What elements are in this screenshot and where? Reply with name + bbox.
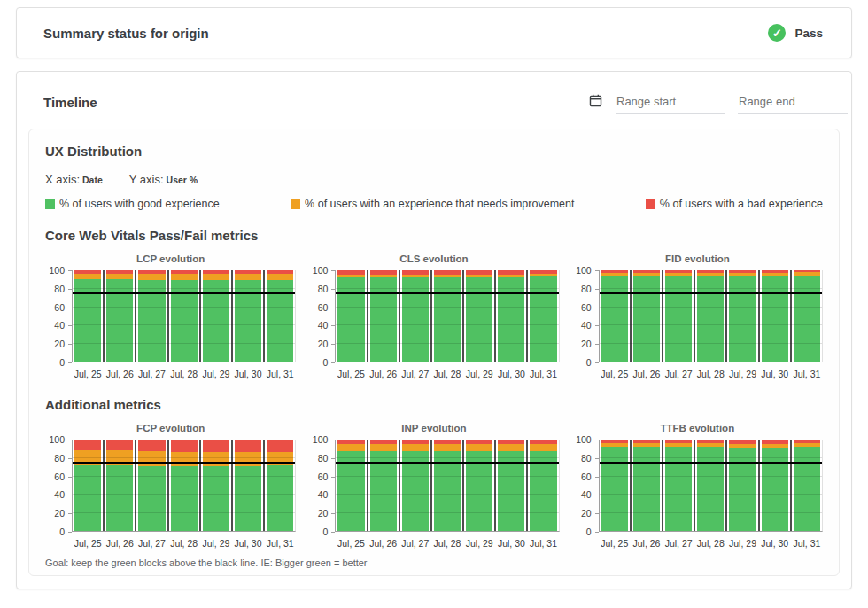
x-tick-label: Jul, 29 (726, 538, 758, 549)
axis-info: X axis:Date Y axis:User % (45, 173, 823, 186)
y-tick-label: 80 (581, 453, 592, 464)
y-tick-label: 60 (581, 302, 592, 313)
bar-jul-27 (136, 440, 168, 531)
legend-label: % of users with an experience that needs… (305, 198, 574, 210)
bar-jul-26 (105, 270, 136, 362)
bar-segment-good (402, 451, 429, 531)
bar-segment-good (794, 447, 820, 531)
bar-jul-30 (233, 270, 265, 362)
bar-segment-good (337, 277, 364, 362)
y-tick-label: 100 (313, 265, 329, 276)
y-tick-label: 100 (576, 265, 592, 276)
bar-segment-needs_improvement (434, 444, 461, 451)
bar-jul-31 (265, 270, 295, 362)
status-label: Pass (794, 27, 823, 40)
bar-jul-29 (464, 440, 496, 531)
y-axis: 020406080100 (572, 440, 599, 532)
y-tick-label: 40 (318, 489, 329, 500)
bar-jul-30 (760, 440, 792, 531)
core-web-vitals-heading: Core Web Vitals Pass/Fail metrics (45, 228, 823, 243)
bar-segment-needs_improvement (171, 274, 198, 280)
x-tick-label: Jul, 26 (368, 369, 399, 379)
y-tick-label: 0 (322, 526, 328, 537)
bar-jul-29 (464, 270, 496, 362)
bar-jul-25 (336, 440, 368, 531)
bar-jul-26 (368, 270, 400, 362)
legend-item-bad: % of users with a bad experience (646, 198, 823, 210)
summary-status-card: Summary status for origin ✓ Pass (16, 7, 852, 58)
x-tick-label: Jul, 26 (368, 538, 399, 549)
legend: % of users with good experience % of use… (45, 198, 823, 210)
target-line (73, 292, 295, 294)
y-tick-label: 100 (313, 434, 329, 445)
x-tick-label: Jul, 31 (264, 538, 296, 549)
bar-jul-25 (600, 440, 632, 531)
legend-item-good: % of users with good experience (45, 198, 220, 210)
chart-title: LCP evolution (45, 253, 296, 264)
plot-area (599, 270, 823, 362)
y-tick-label: 60 (318, 302, 329, 313)
bar-segment-good (402, 277, 429, 362)
bar-jul-31 (792, 270, 822, 362)
bar-segment-bad (106, 440, 133, 450)
bar-segment-needs_improvement (498, 444, 524, 451)
bar-segment-good (665, 447, 692, 531)
y-tick-label: 80 (318, 453, 329, 464)
y-tick-label: 20 (54, 508, 65, 518)
bar-jul-26 (368, 440, 400, 531)
x-tick-label: Jul, 26 (631, 538, 663, 549)
bar-jul-31 (528, 270, 558, 362)
bar-segment-needs_improvement (235, 452, 261, 465)
x-tick-label: Jul, 30 (232, 369, 264, 379)
x-tick-label: Jul, 28 (694, 538, 726, 549)
bar-jul-27 (136, 270, 168, 362)
x-axis-value: Date (82, 175, 103, 185)
y-tick-label: 20 (581, 339, 592, 349)
range-start-input[interactable] (616, 91, 725, 114)
bar-segment-bad (138, 440, 165, 451)
x-tick-label: Jul, 31 (527, 369, 559, 379)
y-axis-info: Y axis:User % (129, 173, 198, 186)
legend-label: % of users with good experience (59, 198, 220, 210)
bad-swatch-icon (646, 199, 655, 209)
x-tick-label: Jul, 30 (495, 538, 527, 549)
chart-inp-evolution: INP evolution020406080100Jul, 25Jul, 26J… (308, 423, 559, 549)
bar-jul-26 (105, 440, 136, 531)
bar-jul-31 (528, 440, 558, 531)
bar-segment-good (466, 277, 492, 362)
bar-segment-needs_improvement (235, 274, 261, 280)
y-tick-label: 80 (581, 284, 592, 294)
target-line (336, 292, 558, 294)
x-tick-label: Jul, 31 (527, 538, 559, 549)
x-tick-label: Jul, 28 (431, 538, 463, 549)
range-end-input[interactable] (738, 91, 848, 114)
x-tick-label: Jul, 25 (72, 369, 104, 379)
chart-title: FCP evolution (45, 423, 296, 433)
y-axis-label: Y axis: (129, 173, 164, 186)
bar-segment-good (498, 451, 524, 531)
y-axis: 020406080100 (308, 440, 335, 532)
x-axis-labels: Jul, 25Jul, 26Jul, 27Jul, 28Jul, 29Jul, … (599, 538, 823, 549)
x-tick-label: Jul, 29 (463, 369, 495, 379)
bar-segment-good (337, 451, 364, 531)
y-tick-label: 0 (322, 357, 328, 368)
y-tick-label: 0 (586, 526, 592, 537)
x-tick-label: Jul, 26 (104, 369, 136, 379)
bar-segment-good (498, 277, 524, 362)
target-line (600, 292, 822, 294)
x-tick-label: Jul, 28 (431, 369, 463, 379)
x-tick-label: Jul, 31 (791, 369, 823, 379)
bar-jul-27 (663, 270, 695, 362)
bar-segment-needs_improvement (370, 444, 397, 451)
x-axis-info: X axis:Date (45, 173, 103, 186)
x-tick-label: Jul, 29 (200, 369, 232, 379)
y-tick-label: 60 (54, 472, 65, 482)
bar-jul-31 (265, 440, 295, 531)
bar-segment-needs_improvement (530, 444, 556, 451)
bar-jul-27 (663, 440, 695, 531)
bar-segment-good (729, 448, 756, 531)
x-tick-label: Jul, 25 (599, 538, 631, 549)
y-tick-label: 20 (318, 339, 329, 349)
bar-segment-good (434, 277, 461, 362)
bar-jul-25 (73, 270, 105, 362)
